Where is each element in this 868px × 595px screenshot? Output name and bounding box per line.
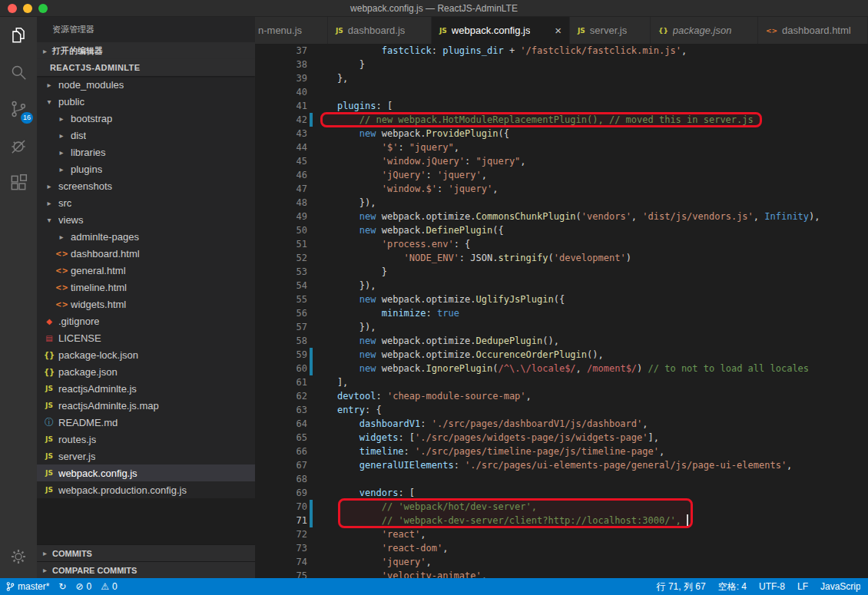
code-line-48[interactable]: 48 }), — [255, 196, 868, 210]
code-line-42[interactable]: 42 // new webpack.HotModuleReplacementPl… — [255, 113, 868, 127]
close-button[interactable] — [8, 4, 17, 13]
code-line-39[interactable]: 39 }, — [255, 71, 868, 85]
code-line-37[interactable]: 37 fastclick: plugins_dir + '/fastclick/… — [255, 44, 868, 58]
tree-item-timeline-html[interactable]: <>timeline.html — [37, 279, 255, 296]
language-indicator[interactable]: JavaScript — [820, 581, 860, 592]
code-line-61[interactable]: 61 ], — [255, 375, 868, 389]
minimize-button[interactable] — [23, 4, 32, 13]
code-line-63[interactable]: 63 entry: { — [255, 403, 868, 417]
code-line-54[interactable]: 54 }), — [255, 279, 868, 293]
tree-item-gitignore[interactable]: ◆.gitignore — [37, 312, 255, 329]
tree-item-bootstrap[interactable]: ▸bootstrap — [37, 110, 255, 127]
tree-item-node-modules[interactable]: ▸node_modules — [37, 76, 255, 93]
code-line-47[interactable]: 47 'window.$': 'jquery', — [255, 182, 868, 196]
source-control-icon[interactable]: 16 — [0, 91, 37, 127]
code-text: // new webpack.HotModuleReplacementPlugi… — [315, 113, 754, 127]
close-tab-icon[interactable]: × — [555, 25, 562, 36]
tree-item-readme-md[interactable]: ⓘREADME.md — [37, 414, 255, 431]
tree-item-screenshots[interactable]: ▸screenshots — [37, 177, 255, 194]
code-line-64[interactable]: 64 dashboardV1: './src/pages/dashboardV1… — [255, 417, 868, 431]
code-line-57[interactable]: 57 }), — [255, 320, 868, 334]
code-line-45[interactable]: 45 'window.jQuery': "jquery", — [255, 154, 868, 168]
encoding-indicator[interactable]: UTF-8 — [759, 581, 785, 592]
tree-item-routes-js[interactable]: JSroutes.js — [37, 431, 255, 448]
tree-item-dashboard-html[interactable]: <>dashboard.html — [37, 245, 255, 262]
workbench: 16 资源管理器 ▸ 打开的编辑器 REACTJS-ADMINLTE ▸node… — [0, 17, 868, 578]
commits-section-header[interactable]: ▸ COMMITS — [37, 544, 255, 561]
debug-icon[interactable] — [0, 127, 37, 164]
code-line-46[interactable]: 46 'jQuery': 'jquery', — [255, 168, 868, 182]
tree-item-widgets-html[interactable]: <>widgets.html — [37, 296, 255, 312]
code-line-74[interactable]: 74 'jquery', — [255, 555, 868, 569]
code-line-40[interactable]: 40 — [255, 85, 868, 99]
settings-gear-icon[interactable] — [0, 538, 37, 575]
tree-item-label: reactjsAdminlte.js — [58, 383, 137, 395]
tree-item-package-json[interactable]: {}package.json — [37, 363, 255, 380]
code-line-50[interactable]: 50 new webpack.DefinePlugin({ — [255, 223, 868, 237]
modified-line-indicator — [310, 113, 313, 127]
fullscreen-button[interactable] — [38, 4, 48, 13]
tree-item-views[interactable]: ▾views — [37, 211, 255, 228]
code-line-55[interactable]: 55 new webpack.optimize.UglifyJsPlugin({ — [255, 293, 868, 306]
code-line-58[interactable]: 58 new webpack.optimize.DedupePlugin(), — [255, 334, 868, 348]
tree-item-plugins[interactable]: ▸plugins — [37, 160, 255, 177]
code-line-41[interactable]: 41 plugins: [ — [255, 99, 868, 113]
tree-item-package-lock-json[interactable]: {}package-lock.json — [37, 346, 255, 363]
code-line-69[interactable]: 69 vendors: [ — [255, 486, 868, 500]
explorer-icon[interactable] — [0, 17, 37, 54]
code-line-71[interactable]: 71 // 'webpack-dev-server/client?http://… — [255, 514, 868, 527]
tab-webpack-config-js[interactable]: JSwebpack.config.js× — [432, 17, 570, 44]
tab-dashboard-js[interactable]: JSdashboard.js — [328, 17, 432, 44]
tree-item-label: widgets.html — [71, 299, 126, 310]
tree-item-src[interactable]: ▸src — [37, 194, 255, 211]
tab-dashboard-html[interactable]: <>dashboard.html — [758, 17, 868, 44]
eol-indicator[interactable]: LF — [797, 581, 808, 592]
code-line-51[interactable]: 51 'process.env': { — [255, 237, 868, 251]
code-line-62[interactable]: 62 devtool: 'cheap-module-source-map', — [255, 389, 868, 403]
tab-server-js[interactable]: JSserver.js — [570, 17, 651, 44]
code-line-75[interactable]: 75 'velocity-animate', — [255, 569, 868, 578]
compare-commits-section-header[interactable]: ▸ COMPARE COMMITS — [37, 561, 255, 578]
code-line-49[interactable]: 49 new webpack.optimize.CommonsChunkPlug… — [255, 210, 868, 223]
code-line-53[interactable]: 53 } — [255, 265, 868, 279]
tab-package-json[interactable]: {}package.json — [651, 17, 758, 44]
code-line-38[interactable]: 38 } — [255, 58, 868, 71]
warning-indicator[interactable]: ⚠0 — [101, 581, 117, 592]
code-line-72[interactable]: 72 'react', — [255, 527, 868, 541]
line-number: 45 — [255, 154, 307, 168]
tree-item-reactjsadminlte-js[interactable]: JSreactjsAdminlte.js — [37, 380, 255, 397]
sync-button[interactable]: ↻ — [58, 581, 66, 592]
open-editors-section-header[interactable]: ▸ 打开的编辑器 — [37, 42, 255, 59]
code-line-66[interactable]: 66 timeline: './src/pages/timeline-page/… — [255, 445, 868, 458]
tab-n-menu-js[interactable]: n-menu.js — [255, 17, 328, 44]
tree-item-dist[interactable]: ▸dist — [37, 127, 255, 144]
tree-item-webpack-config-js[interactable]: JSwebpack.config.js — [37, 464, 255, 481]
tree-item-libraries[interactable]: ▸libraries — [37, 144, 255, 160]
tree-item-adminlte-pages[interactable]: ▸adminlte-pages — [37, 228, 255, 245]
project-section-header[interactable]: REACTJS-ADMINLTE — [37, 59, 255, 76]
code-line-60[interactable]: 60 new webpack.IgnorePlugin(/^\.\/locale… — [255, 362, 868, 375]
tree-item-reactjsadminlte-js-map[interactable]: JSreactjsAdminlte.js.map — [37, 397, 255, 414]
cursor-position-indicator[interactable]: 行 71, 列 67 — [657, 580, 706, 593]
indentation-indicator[interactable]: 空格: 4 — [718, 580, 747, 593]
code-line-56[interactable]: 56 minimize: true — [255, 306, 868, 320]
tree-item-public[interactable]: ▾public — [37, 93, 255, 110]
search-icon[interactable] — [0, 54, 37, 91]
code-line-68[interactable]: 68 — [255, 472, 868, 486]
tree-item-general-html[interactable]: <>general.html — [37, 262, 255, 279]
code-line-43[interactable]: 43 new webpack.ProvidePlugin({ — [255, 127, 868, 140]
code-line-67[interactable]: 67 generalUIElements: './src/pages/ui-el… — [255, 458, 868, 472]
code-editor[interactable]: 37 fastclick: plugins_dir + '/fastclick/… — [255, 44, 868, 578]
code-line-70[interactable]: 70 // 'webpack/hot/dev-server', — [255, 500, 868, 514]
code-line-59[interactable]: 59 new webpack.optimize.OccurenceOrderPl… — [255, 348, 868, 362]
tree-item-server-js[interactable]: JSserver.js — [37, 448, 255, 464]
tree-item-license[interactable]: ▤LICENSE — [37, 329, 255, 346]
branch-indicator[interactable]: master* — [6, 581, 49, 592]
tree-item-webpack-production-config-js[interactable]: JSwebpack.production.config.js — [37, 481, 255, 498]
extensions-icon[interactable] — [0, 164, 37, 201]
code-line-73[interactable]: 73 'react-dom', — [255, 541, 868, 555]
code-line-65[interactable]: 65 widgets: ['./src/pages/widgets-page/j… — [255, 431, 868, 445]
code-line-44[interactable]: 44 '$': "jquery", — [255, 140, 868, 154]
code-line-52[interactable]: 52 'NODE_ENV': JSON.stringify('developme… — [255, 251, 868, 265]
error-indicator[interactable]: ⊘0 — [75, 581, 91, 592]
